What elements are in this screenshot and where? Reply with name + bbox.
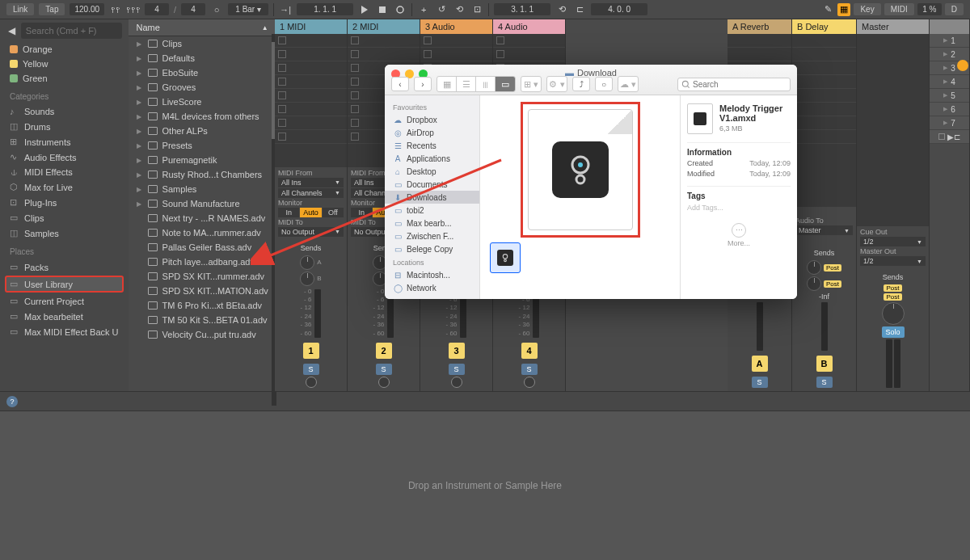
post-button[interactable]: Post: [884, 284, 901, 292]
file-item[interactable]: ▶Puremagnetik: [129, 153, 276, 167]
clip-stop-icon[interactable]: [278, 91, 286, 99]
arm-button[interactable]: [451, 377, 462, 388]
place-item[interactable]: ▭Max bearbeitet: [0, 309, 129, 324]
file-item[interactable]: SPD SX KIT...rummer.adv: [129, 269, 276, 284]
solo-button[interactable]: S: [752, 377, 768, 388]
solo-button[interactable]: S: [449, 364, 465, 375]
file-item[interactable]: ▶Rusty Rhod...t Chambers: [129, 167, 276, 182]
track-header[interactable]: 4 Audio: [493, 19, 565, 34]
clip-slot[interactable]: [420, 34, 492, 48]
capture-icon[interactable]: ⊡: [470, 3, 483, 16]
sidebar-item-downloads[interactable]: ⬇Downloads: [385, 191, 479, 204]
sig-den[interactable]: 4: [181, 3, 205, 15]
sidebar-item-desktop[interactable]: ⌂Desktop: [385, 165, 479, 178]
share-button[interactable]: ⤴: [572, 77, 590, 91]
scene-launch[interactable]: ▶7: [930, 116, 969, 130]
master-out-dropdown[interactable]: 1/2▼: [860, 256, 926, 266]
position-display[interactable]: 1. 1. 1: [297, 3, 353, 15]
track-header[interactable]: 3 Audio: [420, 19, 492, 34]
disclosure-icon[interactable]: ▶: [137, 69, 143, 77]
place-item[interactable]: ▭Packs: [0, 259, 129, 275]
draw-mode-icon[interactable]: ▦: [837, 3, 850, 16]
sidebar-item-airdrop[interactable]: ◎AirDrop: [385, 126, 479, 139]
category-item[interactable]: ⊡Plug-Ins: [0, 195, 129, 210]
loop-length[interactable]: 4. 0. 0: [591, 3, 647, 15]
clip-stop-icon[interactable]: [351, 119, 359, 127]
clip-stop-icon[interactable]: [278, 50, 286, 58]
clip-stop-icon[interactable]: [351, 105, 359, 113]
track-activator[interactable]: B: [816, 356, 833, 372]
stop-all-clips[interactable]: ▶⊏: [930, 130, 969, 144]
sidebar-item-dropbox[interactable]: ☁Dropbox: [385, 113, 479, 126]
send-knob[interactable]: [807, 276, 821, 291]
disclosure-icon[interactable]: ▶: [137, 99, 143, 106]
file-item[interactable]: TM 50 Kit S...BETA 01.adv: [129, 313, 276, 327]
arm-button[interactable]: [306, 377, 317, 388]
loop-toggle[interactable]: ⟲: [555, 3, 568, 16]
arm-button[interactable]: [524, 377, 535, 388]
clip-stop-icon[interactable]: [278, 36, 286, 44]
clip-slot[interactable]: [275, 103, 347, 116]
disclosure-icon[interactable]: ▶: [137, 157, 143, 164]
clip-stop-icon[interactable]: [351, 50, 359, 58]
reenable-icon[interactable]: ⟲: [453, 3, 466, 16]
clip-stop-icon[interactable]: [351, 78, 359, 86]
send-knob-b[interactable]: [300, 272, 314, 286]
column-view[interactable]: ⫼: [476, 77, 496, 91]
forward-button[interactable]: ›: [414, 77, 432, 91]
sidebar-item-location[interactable]: ◯Network: [385, 281, 479, 294]
clip-stop-icon[interactable]: [278, 119, 286, 127]
file-item[interactable]: Next try - ...R NAMES.adv: [129, 211, 276, 225]
pencil-icon[interactable]: ✎: [821, 3, 834, 16]
track-activator[interactable]: 4: [521, 343, 538, 359]
automation-arm-icon[interactable]: ↺: [435, 3, 448, 16]
post-button[interactable]: Post: [824, 280, 841, 288]
track-activator[interactable]: 2: [376, 343, 392, 359]
file-item[interactable]: ▶Presets: [129, 138, 276, 153]
disclosure-icon[interactable]: ▶: [137, 55, 143, 62]
more-button[interactable]: ⋯ More...: [687, 223, 791, 247]
place-item[interactable]: ▭Current Project: [0, 293, 129, 309]
output-dropdown[interactable]: No Output▼: [278, 227, 344, 237]
clip-stop-icon[interactable]: [496, 36, 504, 44]
list-view[interactable]: ☰: [457, 77, 476, 91]
monitor-auto[interactable]: Auto: [300, 208, 321, 217]
clip-slot[interactable]: [275, 34, 347, 48]
finder-titlebar[interactable]: ▬ Download ‹ › ▦ ☰ ⫼ ▭ ⊞ ▾ ⚙ ▾ ⤴ ○ ☁ ▾: [385, 65, 797, 95]
key-map-button[interactable]: Key: [854, 3, 880, 15]
file-item[interactable]: ▶Other ALPs: [129, 124, 276, 138]
punch-in-icon[interactable]: ⊏: [573, 3, 586, 16]
back-button[interactable]: ‹: [391, 77, 409, 91]
clip-slot[interactable]: [275, 48, 347, 61]
category-item[interactable]: ▭Clips: [0, 210, 129, 225]
gallery-view[interactable]: ▭: [496, 77, 515, 91]
file-item[interactable]: ▶Sound Manufacture: [129, 196, 276, 211]
clip-slot[interactable]: [348, 48, 420, 61]
collection-item[interactable]: Orange: [0, 42, 129, 57]
channel-dropdown[interactable]: All Channels▼: [278, 188, 344, 198]
monitor-in[interactable]: In: [351, 208, 372, 217]
category-item[interactable]: ∿Audio Effects: [0, 149, 129, 165]
track-header[interactable]: A Reverb: [728, 19, 791, 34]
file-item[interactable]: ▶Samples: [129, 182, 276, 196]
tap-button[interactable]: Tap: [39, 3, 65, 15]
category-item[interactable]: ⊞Instruments: [0, 134, 129, 149]
finder-search-input[interactable]: [677, 78, 791, 91]
arm-button[interactable]: [378, 377, 390, 388]
metronome-toggle[interactable]: ⫯⫯⫯: [127, 3, 140, 16]
disclosure-icon[interactable]: ▶: [137, 113, 143, 120]
solo-button[interactable]: S: [376, 364, 392, 375]
search-input[interactable]: [21, 23, 122, 39]
category-item[interactable]: ⫝MIDI Effects: [0, 165, 129, 179]
file-item[interactable]: TM 6 Pro Ki...xt BEta.adv: [129, 298, 276, 313]
scene-launch[interactable]: ▶6: [930, 103, 969, 116]
file-item[interactable]: ▶Clips: [129, 36, 276, 51]
disk-overload[interactable]: D: [945, 3, 964, 15]
file-item[interactable]: Note to MA...rummer.adv: [129, 225, 276, 240]
sidebar-item-documents[interactable]: ▭Documents: [385, 178, 479, 191]
action-menu[interactable]: ⚙ ▾: [546, 76, 567, 92]
solo-button[interactable]: S: [521, 364, 538, 375]
clip-slot[interactable]: [275, 89, 347, 103]
solo-cue-button[interactable]: Solo: [882, 326, 905, 338]
category-item[interactable]: ♪Sounds: [0, 104, 129, 119]
